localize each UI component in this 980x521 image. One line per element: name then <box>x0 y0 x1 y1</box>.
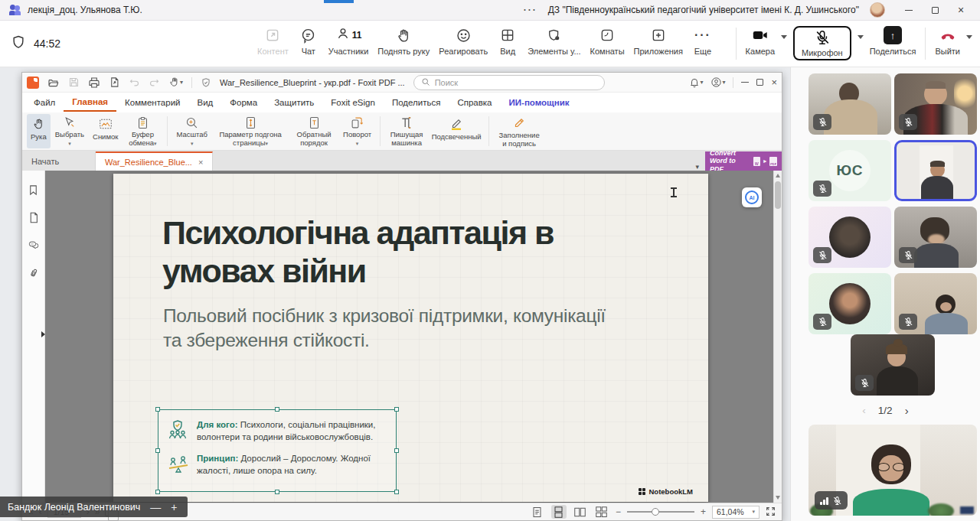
camera-options-chevron[interactable] <box>781 35 787 39</box>
chat-button[interactable]: Чат <box>298 26 319 56</box>
pagination-next-icon[interactable]: › <box>905 404 909 417</box>
more-options-icon[interactable]: ··· <box>524 5 537 15</box>
zoom-in-button[interactable]: + <box>701 506 706 517</box>
zoom-level-box[interactable]: 61,04%▾ <box>712 506 760 519</box>
reverse-order-button[interactable]: Обратный порядок <box>289 114 338 148</box>
mic-muted-badge <box>813 114 831 130</box>
participant-tile-active-speaker[interactable] <box>894 140 977 201</box>
foxit-minimize-icon[interactable] <box>741 82 749 83</box>
fullscreen-icon[interactable] <box>766 506 776 518</box>
convert-word-to-pdf-badge[interactable]: ConvertWord to PDF W ▸ PDF <box>705 151 782 171</box>
menu-view[interactable]: Вид <box>189 94 222 111</box>
clipboard-button[interactable]: Буфер обмена▾ <box>122 114 162 148</box>
rooms-button[interactable]: Комнаты <box>590 26 625 56</box>
snapshot-icon <box>99 116 113 132</box>
comments-icon[interactable] <box>28 239 40 254</box>
open-file-icon[interactable] <box>47 77 60 89</box>
expand-label-button[interactable]: + <box>171 501 177 513</box>
raise-hand-button[interactable]: Поднять руку <box>377 26 430 56</box>
tab-list-chevron[interactable]: ▾ <box>689 163 705 171</box>
tab-document[interactable]: War_Resilience_Blue...× <box>96 151 213 171</box>
zoom-button[interactable]: Масштаб▾ <box>172 114 211 148</box>
scrollbar-thumb[interactable] <box>775 181 781 209</box>
zoom-slider-knob[interactable] <box>652 508 659 516</box>
close-button[interactable]: × <box>948 0 974 20</box>
minimize-button[interactable] <box>896 0 922 20</box>
foxit-close-icon[interactable]: × <box>771 77 777 88</box>
facing-view[interactable] <box>573 505 588 519</box>
print-icon[interactable] <box>88 77 100 89</box>
camera-button[interactable]: Камера <box>746 26 775 56</box>
notifications-bell-icon[interactable]: ▾ <box>689 77 703 88</box>
menu-home[interactable]: Главная <box>64 93 116 112</box>
menu-file[interactable]: Файл <box>25 94 64 111</box>
hand-tool-button[interactable]: Рука <box>27 114 51 148</box>
bookmarks-icon[interactable] <box>28 184 39 199</box>
scroll-up-arrow[interactable] <box>776 174 780 177</box>
continuous-view[interactable] <box>551 505 567 519</box>
panel-expand-arrow[interactable] <box>41 331 45 337</box>
rotate-button[interactable]: Поворот▾ <box>339 114 375 148</box>
zoom-slider[interactable] <box>627 511 694 513</box>
menu-share[interactable]: Поделиться <box>384 94 449 111</box>
attachments-icon[interactable] <box>28 267 39 282</box>
shrink-label-button[interactable]: — <box>150 501 161 513</box>
vertical-scrollbar[interactable] <box>773 171 782 503</box>
participant-tile-avatar[interactable] <box>808 207 891 268</box>
menu-protect[interactable]: Защитить <box>266 94 322 111</box>
facing-continuous-view[interactable] <box>594 505 609 519</box>
participant-tile[interactable] <box>894 273 977 334</box>
typewriter-button[interactable]: Пишущая машинка <box>385 114 428 148</box>
search-input[interactable] <box>435 78 597 87</box>
menu-form[interactable]: Форма <box>221 94 266 111</box>
leave-options-chevron[interactable] <box>966 35 972 39</box>
zoom-out-button[interactable]: − <box>616 506 621 517</box>
participant-tile-initials[interactable]: ЮС <box>808 140 891 201</box>
fill-sign-button[interactable]: Заполнение и подпись <box>494 114 544 148</box>
participant-tile[interactable] <box>894 207 977 268</box>
highlight-button[interactable]: Подсвеченный <box>429 114 484 148</box>
view-grid-icon <box>500 26 515 44</box>
rooms-icon <box>599 26 615 44</box>
search-box[interactable] <box>413 75 605 90</box>
export-icon[interactable] <box>109 77 120 88</box>
meeting-elements-button[interactable]: Элементы у... <box>528 26 580 56</box>
participant-tile[interactable] <box>851 334 935 396</box>
menu-ai-assistant[interactable]: ИИ-помощник <box>501 94 578 111</box>
featured-participant-video[interactable] <box>808 425 977 516</box>
mic-button-focused[interactable]: Микрофон <box>793 26 851 60</box>
leave-button[interactable]: Выйти <box>935 26 960 56</box>
user-avatar[interactable] <box>870 2 885 18</box>
select-tool-button[interactable]: Выбрать▾ <box>51 114 88 148</box>
single-page-view[interactable] <box>530 505 545 519</box>
pdf-doc-icon: PDF <box>769 157 777 166</box>
tab-start[interactable]: Начать <box>22 151 96 171</box>
participant-tile[interactable] <box>894 73 977 135</box>
view-button[interactable]: Вид <box>497 26 518 56</box>
tab-close-icon[interactable]: × <box>198 158 203 167</box>
menu-esign[interactable]: Foxit eSign <box>322 94 384 111</box>
ai-assistant-bubble[interactable]: AI <box>742 187 762 207</box>
mic-options-chevron[interactable] <box>858 35 864 39</box>
menu-help[interactable]: Справка <box>449 94 500 111</box>
apps-button[interactable]: Приложения <box>634 26 683 56</box>
hand-tool-dropdown[interactable]: ▾ <box>168 77 183 88</box>
participants-button[interactable]: 11 Участники <box>328 26 369 56</box>
security-shield-icon[interactable] <box>11 34 26 53</box>
snapshot-button[interactable]: Снимок <box>89 114 122 148</box>
react-button[interactable]: Реагировать <box>439 26 488 56</box>
fit-page-button[interactable]: Параметр подгона страницы▾ <box>212 114 289 148</box>
more-button[interactable]: ··· Еще <box>692 26 714 56</box>
maximize-button[interactable] <box>922 0 948 20</box>
menu-comment[interactable]: Комментарий <box>116 94 188 111</box>
shared-screen-area: ▾ War_Resilience_Blueprint - укр.pdf - F… <box>0 67 790 521</box>
mic-muted-badge <box>813 247 831 263</box>
participant-tile-avatar[interactable] <box>808 273 891 334</box>
share-button[interactable]: ↑ Поделиться <box>870 26 916 56</box>
avatar <box>829 283 871 324</box>
account-icon[interactable]: ▾ <box>710 77 725 88</box>
scroll-down-arrow[interactable] <box>776 496 780 500</box>
pages-icon[interactable] <box>28 212 39 226</box>
foxit-restore-icon[interactable] <box>756 79 763 86</box>
participant-tile[interactable] <box>808 73 891 135</box>
